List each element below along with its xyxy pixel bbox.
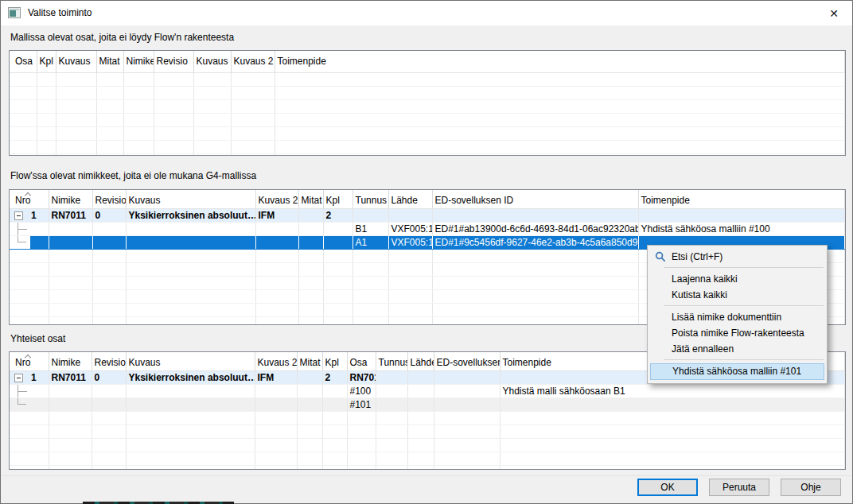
collapse-expander-icon[interactable] <box>14 374 23 382</box>
column-header-revisio[interactable]: Revisio <box>92 190 126 208</box>
cell-toimenpide: Yhdistä sähköosa malliin #100 <box>638 222 845 235</box>
cell-kuvaus: Yksikierroksinen absoluut… <box>126 370 255 384</box>
collapse-expander-icon[interactable] <box>14 211 23 220</box>
column-header-revisio[interactable]: Revisio <box>92 352 126 370</box>
column-header-ed-id[interactable]: ED-sovelluksen ID <box>434 352 500 370</box>
column-header-nro[interactable]: Nro <box>10 352 49 370</box>
tree-branch-icon <box>18 385 26 397</box>
header-row: Nro Nimike Revisio Kuvaus Kuvaus 2 Mitat… <box>10 190 845 208</box>
cell-lahde: VXF005:1 <box>388 235 432 249</box>
empty-row <box>10 465 845 470</box>
header-row: Osa Kpl Kuvaus Mitat Nimike Revisio Kuva… <box>10 51 845 72</box>
column-header-nimike[interactable]: Nimike <box>49 190 92 208</box>
column-header-osa[interactable]: Osa <box>347 352 376 370</box>
cell-osa: #100 <box>347 384 376 397</box>
table-row-parent[interactable]: 1 RN7011 0 Yksikierroksinen absoluut… IF… <box>10 208 845 222</box>
section-label-model-parts: Mallissa olevat osat, joita ei löydy Flo… <box>10 32 234 43</box>
column-header-kuvaus[interactable]: Kuvaus <box>126 190 255 208</box>
table-row-child-101[interactable]: #101 <box>10 397 845 411</box>
cell-tunnus: B1 <box>352 222 388 235</box>
menu-item-leave-unchanged[interactable]: Jätä ennalleen <box>648 341 827 357</box>
column-header-revisio[interactable]: Revisio <box>154 51 193 72</box>
menu-item-expand-all[interactable]: Laajenna kaikki <box>648 271 827 287</box>
empty-row <box>10 126 845 140</box>
column-header-kuvaus-2[interactable]: Kuvaus 2 <box>231 51 275 72</box>
ok-button[interactable]: OK <box>637 479 698 496</box>
cell-mitat <box>298 208 323 222</box>
column-header-mitat[interactable]: Mitat <box>297 352 322 370</box>
cell-lahde: VXF005:1 <box>388 222 432 235</box>
dialog-valitse-toiminto: Valitse toiminto ✕ Mallissa olevat osat,… <box>0 0 853 504</box>
column-header-tunnus[interactable]: Tunnus <box>352 190 388 208</box>
empty-row <box>10 153 845 156</box>
model-parts-table: Osa Kpl Kuvaus Mitat Nimike Revisio Kuva… <box>9 50 846 156</box>
cell-toimenpide: Yhdistä malli sähköosaan B1 <box>500 384 845 397</box>
column-header-nimike[interactable]: Nimike <box>123 51 154 72</box>
column-header-ed-id[interactable]: ED-sovelluksen ID <box>432 190 638 208</box>
empty-row <box>10 425 845 438</box>
help-button[interactable]: Ohje <box>781 479 841 496</box>
column-header-mitat[interactable]: Mitat <box>96 51 123 72</box>
empty-row <box>10 86 845 99</box>
column-header-kuvaus[interactable]: Kuvaus <box>126 352 255 370</box>
column-header-kuvaus2[interactable]: Kuvaus <box>193 51 231 72</box>
close-icon: ✕ <box>829 8 839 19</box>
section-label-flow-items: Flow'ssa olevat nimikkeet, joita ei ole … <box>10 170 256 181</box>
cancel-button[interactable]: Peruuta <box>709 479 769 496</box>
column-header-kuvaus[interactable]: Kuvaus <box>56 51 96 72</box>
search-icon <box>655 251 666 262</box>
column-header-lahde[interactable]: Lähde <box>407 352 434 370</box>
column-header-kpl[interactable]: Kpl <box>323 190 352 208</box>
title-bar: Valitse toiminto ✕ <box>1 1 852 25</box>
menu-separator <box>664 359 824 360</box>
menu-separator <box>664 305 824 306</box>
column-header-kuvaus-2[interactable]: Kuvaus 2 <box>255 190 298 208</box>
column-header-osa[interactable]: Osa <box>10 51 37 72</box>
empty-row <box>10 438 845 452</box>
cell-ed-id: ED#1#ab13900d-6c6d-4693-84d1-06ac92320ab… <box>432 222 638 235</box>
cell-kuvaus: Yksikierroksinen absoluut… <box>126 208 255 222</box>
empty-row <box>10 99 845 113</box>
cell-kuvaus-2: IFM <box>255 208 298 222</box>
column-header-nro[interactable]: Nro <box>10 190 49 208</box>
column-header-toimenpide[interactable]: Toimenpide <box>275 51 845 72</box>
close-button[interactable]: ✕ <box>816 1 852 25</box>
cell-kpl: 2 <box>322 370 347 384</box>
menu-separator <box>664 267 824 268</box>
menu-item-add-item-to-document[interactable]: Lisää nimike dokumenttiin <box>648 309 827 325</box>
menu-item-remove-item-from-flow[interactable]: Poista nimike Flow-rakenteesta <box>648 325 827 341</box>
column-header-nimike[interactable]: Nimike <box>49 352 92 370</box>
cell-tunnus: A1 <box>352 235 388 249</box>
column-header-toimenpide[interactable]: Toimenpide <box>638 190 845 208</box>
column-header-tunnus[interactable]: Tunnus <box>376 352 407 370</box>
cell-nro: 1 <box>10 370 49 384</box>
tree-branch-end-icon <box>18 398 26 405</box>
table-row-child-100[interactable]: #100 Yhdistä malli sähköosaan B1 <box>10 384 845 397</box>
cell-osa: #101 <box>347 397 376 411</box>
tree-branch-icon <box>18 223 26 235</box>
empty-row <box>10 113 845 126</box>
column-header-lahde[interactable]: Lähde <box>388 190 432 208</box>
menu-item-collapse-all[interactable]: Kutista kaikki <box>648 287 827 303</box>
column-header-kpl[interactable]: Kpl <box>322 352 347 370</box>
empty-row <box>10 452 845 465</box>
empty-row <box>10 140 845 153</box>
app-icon <box>8 7 21 18</box>
menu-item-merge-electrical-part[interactable]: Yhdistä sähköosa malliin #101 <box>650 363 824 380</box>
cell-revisio: 0 <box>92 208 126 222</box>
cell-kuvaus-2: IFM <box>255 370 297 384</box>
footer-separator <box>2 475 851 476</box>
cell-nimike: RN7011 <box>49 370 92 384</box>
dialog-title: Valitse toiminto <box>28 7 92 18</box>
column-header-mitat[interactable]: Mitat <box>298 190 323 208</box>
menu-item-find[interactable]: Etsi (Ctrl+F) <box>648 249 827 265</box>
cell-revisio: 0 <box>92 370 126 384</box>
table-row-child-b1[interactable]: B1 VXF005:1 ED#1#ab13900d-6c6d-4693-84d1… <box>10 222 845 235</box>
context-menu: Etsi (Ctrl+F) Laajenna kaikki Kutista ka… <box>647 245 828 384</box>
cell-nro: 1 <box>10 208 49 222</box>
empty-row <box>10 72 845 86</box>
column-header-kpl[interactable]: Kpl <box>37 51 56 72</box>
cell-ed-id: ED#1#9c5456df-9627-46e2-ab3b-4c5a6a850d9… <box>432 235 638 249</box>
empty-row <box>10 411 845 425</box>
column-header-kuvaus-2[interactable]: Kuvaus 2 <box>255 352 297 370</box>
